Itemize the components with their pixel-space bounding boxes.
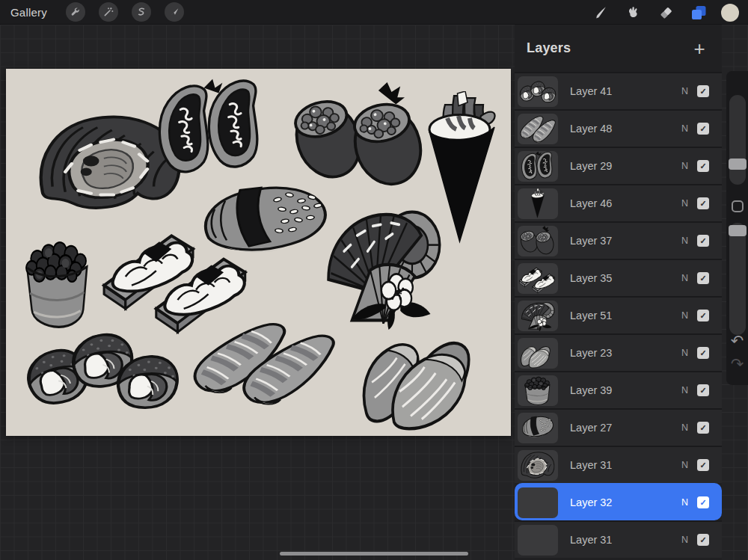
visibility-checkbox[interactable]: ✓: [697, 85, 709, 97]
smudge-icon: [625, 4, 641, 21]
visibility-checkbox[interactable]: ✓: [697, 422, 709, 434]
brush-button[interactable]: [583, 0, 616, 25]
fan-ornament-thumb-art: [518, 301, 558, 331]
color-button[interactable]: [715, 0, 748, 25]
visibility-checkbox[interactable]: ✓: [697, 384, 709, 396]
layer-row[interactable]: Layer 29N✓: [515, 147, 722, 184]
salmon-nigiri-pair: [195, 324, 334, 404]
layer-row[interactable]: Layer 27N✓: [515, 408, 722, 446]
gallery-button[interactable]: Gallery: [0, 6, 59, 19]
layer-thumbnail[interactable]: [518, 413, 558, 443]
layer-name: Layer 41: [570, 85, 612, 97]
layer-row[interactable]: Layer 31N✓: [515, 446, 722, 483]
blend-mode-button[interactable]: N: [681, 535, 688, 545]
blend-mode-button[interactable]: N: [681, 497, 688, 508]
blend-mode-button[interactable]: N: [681, 161, 688, 171]
visibility-checkbox[interactable]: ✓: [697, 347, 709, 359]
undo-icon[interactable]: ↶: [726, 331, 748, 351]
opacity-slider-handle[interactable]: [729, 225, 747, 236]
layer-name: Layer 29: [570, 160, 612, 172]
redo-icon[interactable]: ↷: [726, 354, 748, 374]
layer-list: Layer 41N✓Layer 48N✓Layer 29N✓Layer 46N✓…: [515, 72, 722, 558]
adjustments-button[interactable]: [99, 2, 118, 22]
visibility-checkbox[interactable]: ✓: [697, 459, 709, 471]
layer-thumbnail[interactable]: [518, 450, 558, 481]
layers-panel-header: Layers +: [515, 25, 722, 72]
layer-thumbnail[interactable]: [518, 301, 558, 331]
temaki-cone-thumb-art: [518, 188, 558, 219]
canvas-pieces: [25, 79, 495, 429]
visibility-checkbox[interactable]: ✓: [697, 310, 709, 321]
layer-thumbnail[interactable]: [518, 338, 558, 369]
nigiri-sesame: [206, 188, 325, 252]
visibility-checkbox[interactable]: ✓: [697, 197, 709, 209]
ammonite-roll-thumb-art: [518, 450, 558, 481]
visibility-checkbox[interactable]: ✓: [697, 496, 709, 508]
nigiri-sesame-thumb-art: [518, 413, 558, 443]
layers-panel: Layers + Layer 41N✓Layer 48N✓Layer 29N✓L…: [515, 25, 722, 560]
layer-row[interactable]: Layer 31N✓: [515, 520, 722, 558]
squid-roll-pair-thumb-art: [518, 263, 558, 294]
layer-thumbnail[interactable]: [518, 487, 558, 518]
squid-roll-pair: [104, 236, 245, 332]
brush-size-slider-handle[interactable]: [729, 159, 747, 170]
layer-thumbnail[interactable]: [518, 76, 558, 107]
layer-thumbnail[interactable]: [518, 151, 558, 182]
blend-mode-button[interactable]: N: [681, 86, 688, 96]
layer-thumbnail[interactable]: [518, 114, 558, 144]
modify-button[interactable]: [732, 200, 744, 212]
layer-row[interactable]: Layer 39N✓: [515, 371, 722, 408]
layer-row[interactable]: Layer 46N✓: [515, 184, 722, 221]
actions-button[interactable]: [66, 2, 85, 22]
blend-mode-button[interactable]: N: [681, 348, 688, 358]
layer-name: Layer 31: [570, 534, 612, 546]
transform-button[interactable]: [165, 2, 184, 22]
layers-panel-title: Layers: [527, 40, 571, 56]
blend-mode-button[interactable]: N: [681, 236, 688, 246]
blend-mode-button[interactable]: N: [681, 422, 688, 433]
horizontal-scrollbar[interactable]: [280, 552, 468, 556]
smudge-button[interactable]: [616, 0, 649, 25]
drawing-canvas[interactable]: [6, 69, 511, 436]
visibility-checkbox[interactable]: ✓: [697, 123, 709, 135]
sushi-artwork: [6, 69, 511, 436]
sashimi-slices-thumb-art: [518, 338, 558, 369]
eraser-button[interactable]: [649, 0, 682, 25]
selection-button[interactable]: [132, 2, 151, 22]
visibility-checkbox[interactable]: ✓: [697, 160, 709, 172]
blend-mode-button[interactable]: N: [681, 273, 688, 283]
blend-mode-button[interactable]: N: [681, 385, 688, 396]
layers-button[interactable]: [682, 0, 715, 25]
visibility-checkbox[interactable]: ✓: [697, 534, 709, 546]
layer-name: Layer 32: [570, 496, 612, 508]
layer-row[interactable]: Layer 48N✓: [515, 109, 722, 147]
layer-thumbnail[interactable]: [518, 188, 558, 219]
blend-mode-button[interactable]: N: [681, 460, 688, 470]
layer-thumbnail[interactable]: [518, 375, 558, 406]
layer-row[interactable]: Layer 51N✓: [515, 296, 722, 333]
add-layer-button[interactable]: +: [689, 41, 710, 56]
layer-row[interactable]: Layer 23N✓: [515, 333, 722, 371]
layer-name: Layer 37: [570, 235, 612, 247]
fan-ornament: [328, 212, 440, 330]
inari-pair: [159, 79, 257, 172]
layer-thumbnail[interactable]: [518, 263, 558, 294]
blend-mode-button[interactable]: N: [681, 310, 688, 321]
layer-row[interactable]: Layer 32N✓: [515, 483, 722, 520]
ikura-gunkan-thumb-art: [518, 375, 558, 406]
blend-mode-button[interactable]: N: [681, 123, 688, 134]
layer-row[interactable]: Layer 35N✓: [515, 259, 722, 296]
layer-name: Layer 23: [570, 347, 612, 359]
opacity-slider[interactable]: [729, 223, 746, 335]
layer-row[interactable]: Layer 41N✓: [515, 72, 722, 109]
layer-name: Layer 31: [570, 459, 612, 471]
visibility-checkbox[interactable]: ✓: [697, 272, 709, 284]
brush-size-slider[interactable]: [729, 95, 746, 185]
sashimi-slices: [364, 343, 469, 428]
salmon-nigiri-pair-thumb-art: [518, 114, 558, 144]
layer-thumbnail[interactable]: [518, 226, 558, 256]
visibility-checkbox[interactable]: ✓: [697, 235, 709, 247]
layer-row[interactable]: Layer 37N✓: [515, 221, 722, 259]
layer-thumbnail[interactable]: [518, 525, 558, 556]
blend-mode-button[interactable]: N: [681, 198, 688, 209]
